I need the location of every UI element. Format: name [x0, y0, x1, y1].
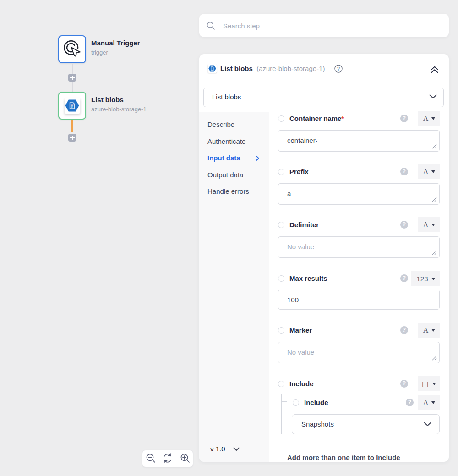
- svg-text:01: 01: [71, 106, 73, 109]
- svg-text:?: ?: [337, 66, 340, 71]
